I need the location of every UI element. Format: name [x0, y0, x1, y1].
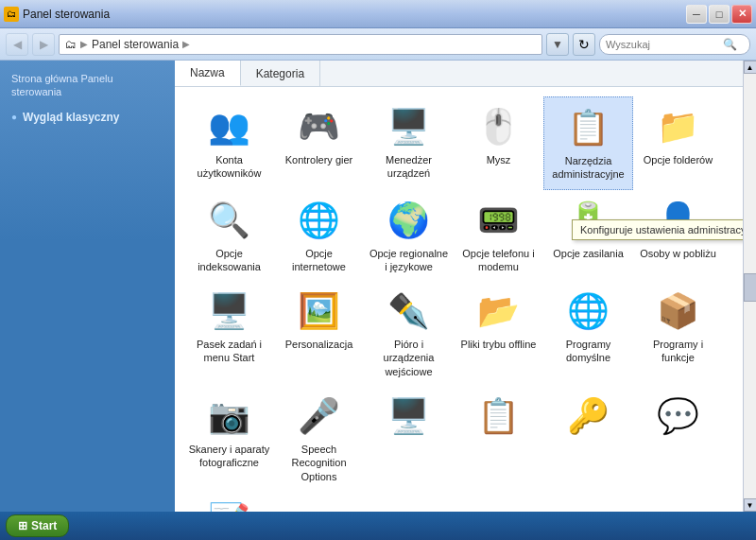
- icon-item-menedzer[interactable]: 🖥️Menedżer urządzeń: [364, 96, 454, 190]
- icon-item-kontrolery[interactable]: 🎮Kontrolery gier: [274, 96, 364, 190]
- icon-img-narzedzia: 📋: [566, 105, 611, 150]
- icon-label-opcje-regionalne: Opcje regionalne i językowe: [368, 247, 450, 274]
- icon-item-opcje-telefonu[interactable]: 📟Opcje telefonu i modemu: [454, 190, 543, 282]
- start-icon: ⊞: [18, 519, 27, 532]
- address-path[interactable]: 🗂 ▶ Panel sterowania ▶: [59, 34, 542, 55]
- search-box[interactable]: 🔍: [599, 34, 750, 55]
- icon-label-opcje-folderow: Opcje folderów: [644, 153, 713, 166]
- scroll-thumb[interactable]: [744, 273, 757, 302]
- icon-item-programy-funkcje[interactable]: 📦Programy i funkcje: [633, 281, 723, 386]
- icon-img-item23: 🔑: [566, 393, 611, 439]
- icon-img-pasek: 🖥️: [207, 288, 252, 334]
- icon-img-opcje-internetowe: 🌐: [297, 198, 342, 243]
- icon-img-personalizacja: 🖼️: [297, 288, 342, 334]
- icon-img-opcje-regionalne: 🌍: [387, 198, 432, 243]
- path-icon: 🗂: [65, 38, 77, 51]
- icon-label-opcje-internetowe: Opcje internetowe: [278, 247, 360, 274]
- sidebar-link-label: Wygląd klasyczny: [23, 111, 120, 124]
- scrollbar[interactable]: ▲ ▼: [743, 61, 756, 512]
- main-area: Strona główna Panelu sterowania ● Wygląd…: [0, 61, 756, 512]
- icon-label-pliki-offline: Pliki trybu offline: [461, 338, 537, 351]
- forward-button[interactable]: ▶: [32, 33, 55, 56]
- icon-label-konta: Konta użytkowników: [188, 153, 270, 181]
- icon-img-programy-domyslne: 🌐: [566, 288, 611, 334]
- sidebar: Strona główna Panelu sterowania ● Wygląd…: [0, 61, 175, 512]
- icon-item-opcje-regionalne[interactable]: 🌍Opcje regionalne i językowe: [364, 190, 454, 282]
- icon-area[interactable]: Nazwa Kategoria 👥Konta użytkowników🎮Kont…: [175, 61, 743, 512]
- icon-item-pliki-offline[interactable]: 📂Pliki trybu offline: [454, 281, 543, 386]
- icon-label-programy-domyslne: Programy domyślne: [547, 338, 629, 365]
- icon-label-opcje-indeksowania: Opcje indeksowania: [188, 247, 270, 274]
- icon-item-skanery[interactable]: 📷Skanery i aparaty fotograficzne: [184, 386, 274, 491]
- icon-item-pasek[interactable]: 🖥️Pasek zadań i menu Start: [184, 281, 274, 386]
- scroll-down[interactable]: ▼: [744, 498, 757, 512]
- path-separator2: ▶: [182, 39, 190, 49]
- tooltip: Konfiguruje ustawienia administracyjne d…: [572, 219, 743, 240]
- icon-label-personalizacja: Personalizacja: [285, 338, 353, 351]
- icon-img-programy-funkcje: 📦: [656, 288, 701, 334]
- icon-item-item23[interactable]: 🔑: [543, 386, 633, 491]
- sidebar-bullet: ●: [11, 112, 17, 122]
- search-input[interactable]: [606, 39, 719, 50]
- icon-label-skanery: Skanery i aparaty fotograficzne: [188, 443, 270, 470]
- icon-img-kontrolery: 🎮: [297, 104, 342, 149]
- icon-img-menedzer: 🖥️: [387, 104, 432, 149]
- dropdown-button[interactable]: ▼: [546, 33, 569, 56]
- icon-img-pliki-offline: 📂: [476, 288, 522, 334]
- window-icon: 🗂: [4, 7, 19, 22]
- column-headers: Nazwa Kategoria: [175, 61, 743, 87]
- icon-img-skanery: 📷: [207, 393, 252, 439]
- icon-label-menedzer: Menedżer urządzeń: [368, 153, 450, 181]
- icon-item-item21[interactable]: 🖥️: [364, 386, 454, 491]
- icon-img-konta: 👥: [207, 104, 252, 149]
- icon-img-item22: 📋: [476, 393, 522, 439]
- start-button[interactable]: ⊞ Start: [6, 514, 69, 537]
- icon-item-item24[interactable]: 💬: [633, 386, 723, 491]
- icon-item-programy-domyslne[interactable]: 🌐Programy domyślne: [543, 281, 633, 386]
- path-label: Panel sterowania: [92, 38, 179, 51]
- address-bar: ◀ ▶ 🗂 ▶ Panel sterowania ▶ ▼ ↻ 🔍: [0, 28, 756, 61]
- scroll-up[interactable]: ▲: [744, 61, 757, 74]
- icon-item-pioro[interactable]: ✒️Pióro i urządzenia wejściowe: [364, 281, 454, 386]
- icon-img-speech: 🎤: [297, 393, 342, 439]
- icon-img-opcje-telefonu: 📟: [476, 198, 522, 243]
- title-bar-left: 🗂 Panel sterowania: [4, 7, 110, 22]
- close-button[interactable]: ✕: [731, 5, 752, 24]
- icon-item-opcje-folderow[interactable]: 📁Opcje folderów: [633, 96, 723, 190]
- icon-img-item24: 💬: [656, 393, 701, 439]
- icon-item-item25[interactable]: 📝: [184, 491, 274, 512]
- back-button[interactable]: ◀: [6, 33, 28, 56]
- icon-img-item21: 🖥️: [387, 393, 432, 439]
- icon-item-item22[interactable]: 📋: [454, 386, 543, 491]
- column-name-tab[interactable]: Nazwa: [175, 61, 241, 86]
- refresh-button[interactable]: ↻: [573, 33, 595, 56]
- icon-label-opcje-telefonu: Opcje telefonu i modemu: [457, 247, 540, 274]
- window-title: Panel sterowania: [23, 8, 110, 21]
- icon-img-opcje-indeksowania: 🔍: [207, 198, 252, 243]
- icon-label-narzedzia: Narzędzia administracyjne: [548, 154, 628, 182]
- column-category-tab[interactable]: Kategoria: [241, 61, 320, 86]
- sidebar-title: Strona główna Panelu sterowania: [11, 72, 163, 99]
- start-label: Start: [31, 519, 57, 532]
- icon-label-pasek: Pasek zadań i menu Start: [188, 338, 270, 365]
- icon-item-narzedzia[interactable]: 📋Narzędzia administracyjne: [543, 96, 633, 190]
- search-icon: 🔍: [723, 38, 737, 51]
- taskbar: ⊞ Start: [0, 512, 756, 540]
- icon-label-pioro: Pióro i urządzenia wejściowe: [368, 338, 450, 378]
- icon-item-personalizacja[interactable]: 🖼️Personalizacja: [274, 281, 364, 386]
- icon-img-opcje-folderow: 📁: [656, 104, 701, 149]
- maximize-button[interactable]: □: [709, 5, 730, 24]
- icon-item-mysz[interactable]: 🖱️Mysz: [454, 96, 543, 190]
- icon-label-speech: Speech Recognition Options: [278, 443, 360, 483]
- minimize-button[interactable]: ─: [686, 5, 707, 24]
- icon-img-item25: 📝: [207, 498, 252, 512]
- icon-label-osoby: Osoby w pobliżu: [640, 247, 716, 260]
- icon-item-speech[interactable]: 🎤Speech Recognition Options: [274, 386, 364, 491]
- icon-item-opcje-indeksowania[interactable]: 🔍Opcje indeksowania: [184, 190, 274, 282]
- sidebar-link-classic[interactable]: ● Wygląd klasyczny: [11, 111, 163, 124]
- icon-item-konta[interactable]: 👥Konta użytkowników: [184, 96, 274, 190]
- icon-label-programy-funkcje: Programy i funkcje: [637, 338, 719, 365]
- icons-grid: 👥Konta użytkowników🎮Kontrolery gier🖥️Men…: [175, 87, 743, 512]
- icon-img-pioro: ✒️: [387, 288, 432, 334]
- icon-item-opcje-internetowe[interactable]: 🌐Opcje internetowe: [274, 190, 364, 282]
